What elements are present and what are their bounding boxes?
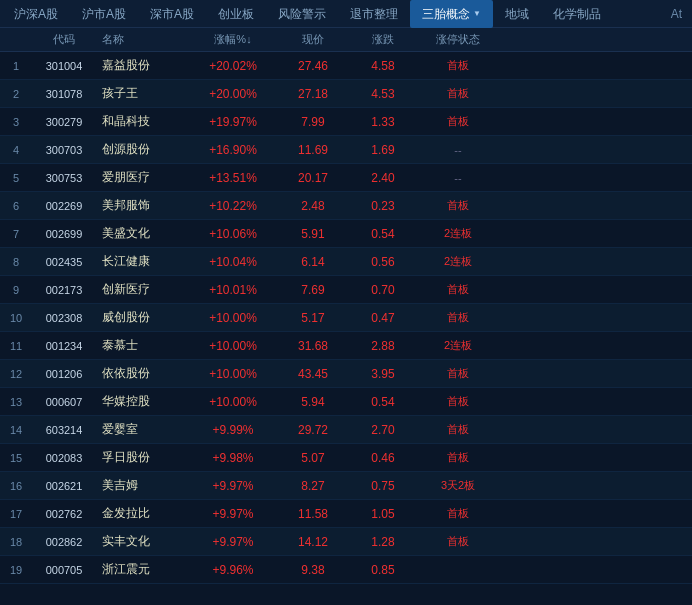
table-row[interactable]: 18 002862 实丰文化 +9.97% 14.12 1.28 首板	[0, 528, 692, 556]
row-price: 7.69	[278, 283, 348, 297]
row-change: 2.70	[348, 423, 418, 437]
row-code: 300703	[30, 144, 98, 156]
col-price[interactable]: 现价	[278, 32, 348, 47]
tab-chuangye[interactable]: 创业板	[206, 0, 266, 28]
table-row[interactable]: 8 002435 长江健康 +10.04% 6.14 0.56 2连板	[0, 248, 692, 276]
row-price: 5.91	[278, 227, 348, 241]
row-change: 0.75	[348, 479, 418, 493]
row-code: 001234	[30, 340, 98, 352]
table-row[interactable]: 14 603214 爱婴室 +9.99% 29.72 2.70 首板	[0, 416, 692, 444]
row-status: 3天2板	[418, 478, 498, 493]
row-num: 5	[2, 172, 30, 184]
tab-hushen-a[interactable]: 沪深A股	[2, 0, 70, 28]
table-row[interactable]: 16 002621 美吉姆 +9.97% 8.27 0.75 3天2板	[0, 472, 692, 500]
dropdown-arrow-icon: ▼	[473, 0, 481, 28]
table-row[interactable]: 7 002699 美盛文化 +10.06% 5.91 0.54 2连板	[0, 220, 692, 248]
row-price: 11.58	[278, 507, 348, 521]
row-status: 首板	[418, 114, 498, 129]
col-change[interactable]: 涨跌	[348, 32, 418, 47]
row-status: 首板	[418, 198, 498, 213]
tab-shenshi-a[interactable]: 深市A股	[138, 0, 206, 28]
table-row[interactable]: 13 000607 华媒控股 +10.00% 5.94 0.54 首板	[0, 388, 692, 416]
row-num: 9	[2, 284, 30, 296]
row-change: 1.69	[348, 143, 418, 157]
tab-diyu[interactable]: 地域	[493, 0, 541, 28]
row-change: 0.23	[348, 199, 418, 213]
row-rise: +9.97%	[188, 507, 278, 521]
top-nav: 沪深A股 沪市A股 深市A股 创业板 风险警示 退市整理 三胎概念 ▼ 地域 化…	[0, 0, 692, 28]
row-num: 6	[2, 200, 30, 212]
row-change: 1.33	[348, 115, 418, 129]
col-code[interactable]: 代码	[30, 32, 98, 47]
row-rise: +16.90%	[188, 143, 278, 157]
row-rise: +19.97%	[188, 115, 278, 129]
row-num: 10	[2, 312, 30, 324]
row-code: 002173	[30, 284, 98, 296]
row-code: 301004	[30, 60, 98, 72]
row-num: 4	[2, 144, 30, 156]
row-price: 5.94	[278, 395, 348, 409]
row-price: 29.72	[278, 423, 348, 437]
row-num: 7	[2, 228, 30, 240]
tab-huaxue[interactable]: 化学制品	[541, 0, 613, 28]
table-row[interactable]: 19 000705 浙江震元 +9.96% 9.38 0.85	[0, 556, 692, 584]
row-rise: +20.00%	[188, 87, 278, 101]
row-change: 4.53	[348, 87, 418, 101]
row-code: 001206	[30, 368, 98, 380]
row-name: 华媒控股	[98, 393, 188, 410]
row-price: 20.17	[278, 171, 348, 185]
table-row[interactable]: 5 300753 爱朋医疗 +13.51% 20.17 2.40 --	[0, 164, 692, 192]
row-num: 13	[2, 396, 30, 408]
row-price: 31.68	[278, 339, 348, 353]
row-name: 创新医疗	[98, 281, 188, 298]
table-row[interactable]: 11 001234 泰慕士 +10.00% 31.68 2.88 2连板	[0, 332, 692, 360]
table-row[interactable]: 15 002083 孚日股份 +9.98% 5.07 0.46 首板	[0, 444, 692, 472]
table-row[interactable]: 6 002269 美邦服饰 +10.22% 2.48 0.23 首板	[0, 192, 692, 220]
row-code: 000607	[30, 396, 98, 408]
row-name: 创源股份	[98, 141, 188, 158]
row-change: 4.58	[348, 59, 418, 73]
row-status: 首板	[418, 282, 498, 297]
table-row[interactable]: 4 300703 创源股份 +16.90% 11.69 1.69 --	[0, 136, 692, 164]
row-price: 7.99	[278, 115, 348, 129]
row-num: 1	[2, 60, 30, 72]
table-row[interactable]: 17 002762 金发拉比 +9.97% 11.58 1.05 首板	[0, 500, 692, 528]
row-code: 002269	[30, 200, 98, 212]
row-status: 首板	[418, 58, 498, 73]
row-price: 27.46	[278, 59, 348, 73]
tab-tuishi[interactable]: 退市整理	[338, 0, 410, 28]
table-header: 代码 名称 涨幅%↓ 现价 涨跌 涨停状态	[0, 28, 692, 52]
row-code: 002308	[30, 312, 98, 324]
row-rise: +9.96%	[188, 563, 278, 577]
table-row[interactable]: 12 001206 依依股份 +10.00% 43.45 3.95 首板	[0, 360, 692, 388]
row-num: 11	[2, 340, 30, 352]
row-change: 3.95	[348, 367, 418, 381]
col-rise[interactable]: 涨幅%↓	[188, 32, 278, 47]
table-body: 1 301004 嘉益股份 +20.02% 27.46 4.58 首板 2 30…	[0, 52, 692, 605]
row-status: 首板	[418, 422, 498, 437]
row-code: 002435	[30, 256, 98, 268]
row-status: --	[418, 172, 498, 184]
tab-sanchaitai[interactable]: 三胎概念 ▼	[410, 0, 493, 28]
table-row[interactable]: 3 300279 和晶科技 +19.97% 7.99 1.33 首板	[0, 108, 692, 136]
table-row[interactable]: 10 002308 威创股份 +10.00% 5.17 0.47 首板	[0, 304, 692, 332]
row-price: 9.38	[278, 563, 348, 577]
tab-fengxian[interactable]: 风险警示	[266, 0, 338, 28]
row-name: 爱朋医疗	[98, 169, 188, 186]
row-code: 002621	[30, 480, 98, 492]
table-row[interactable]: 1 301004 嘉益股份 +20.02% 27.46 4.58 首板	[0, 52, 692, 80]
table-row[interactable]: 9 002173 创新医疗 +10.01% 7.69 0.70 首板	[0, 276, 692, 304]
row-name: 嘉益股份	[98, 57, 188, 74]
table-row[interactable]: 2 301078 孩子王 +20.00% 27.18 4.53 首板	[0, 80, 692, 108]
row-price: 11.69	[278, 143, 348, 157]
row-name: 长江健康	[98, 253, 188, 270]
row-change: 0.47	[348, 311, 418, 325]
row-rise: +9.99%	[188, 423, 278, 437]
row-status: 首板	[418, 310, 498, 325]
row-name: 爱婴室	[98, 421, 188, 438]
row-name: 威创股份	[98, 309, 188, 326]
tab-hushi-a[interactable]: 沪市A股	[70, 0, 138, 28]
row-price: 43.45	[278, 367, 348, 381]
row-change: 2.40	[348, 171, 418, 185]
row-status: 首板	[418, 86, 498, 101]
